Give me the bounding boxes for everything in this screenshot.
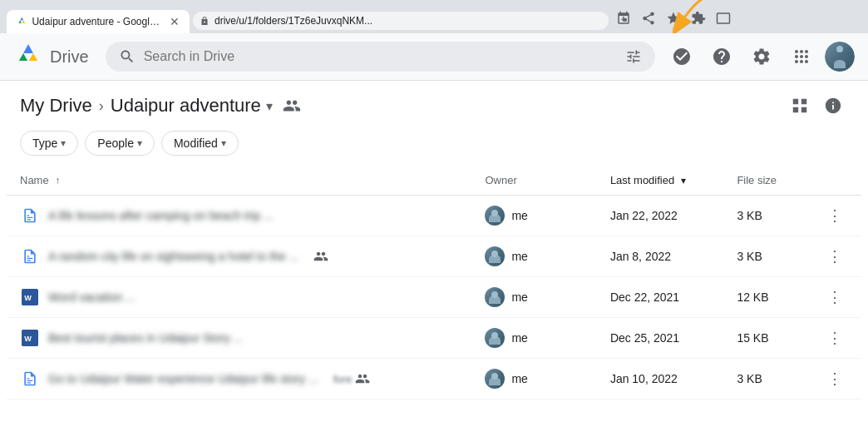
- more-options-button[interactable]: ⋮: [821, 202, 848, 229]
- browser-tab[interactable]: Udaipur adventure - Google Drive ✕: [7, 10, 190, 33]
- search-bar[interactable]: [106, 42, 655, 72]
- col-modified-header[interactable]: Last modified ▾: [597, 166, 724, 196]
- drive-favicon: [17, 16, 27, 27]
- file-size: 3 KB: [723, 236, 808, 277]
- settings-button[interactable]: [745, 40, 778, 73]
- filter-icon[interactable]: [625, 48, 642, 65]
- owner-avatar: [485, 328, 505, 348]
- filter-modified-label: Modified: [174, 137, 218, 150]
- owner-avatar: [485, 369, 505, 389]
- more-options-button[interactable]: ⋮: [821, 365, 848, 392]
- col-size-header[interactable]: File size: [723, 166, 808, 196]
- more-options-button[interactable]: ⋮: [821, 284, 848, 310]
- file-name-cell[interactable]: Go to Udaipur Water experience Udaipur l…: [7, 359, 471, 400]
- owner-cell: me: [471, 277, 596, 318]
- owner-name: me: [511, 250, 527, 263]
- owner-avatar: [485, 246, 505, 266]
- search-input[interactable]: [144, 49, 617, 64]
- file-name-cell[interactable]: W Best tourist places in Udaipur Story .…: [7, 318, 471, 359]
- file-size: 12 KB: [723, 277, 808, 318]
- filter-type-chip[interactable]: Type ▾: [20, 131, 78, 156]
- user-avatar[interactable]: [825, 42, 855, 72]
- search-icon: [119, 48, 136, 65]
- filter-modified-chip[interactable]: Modified ▾: [161, 131, 239, 156]
- drive-logo: Drive: [13, 42, 89, 72]
- share-button[interactable]: [637, 7, 660, 30]
- owner-header-label: Owner: [485, 174, 516, 186]
- owner-name: me: [511, 372, 527, 385]
- breadcrumb-separator: ›: [99, 97, 104, 115]
- header-right-icons: [665, 40, 855, 73]
- row-actions-cell: ⋮: [808, 196, 861, 236]
- owner-name: me: [511, 331, 527, 345]
- extensions-button[interactable]: [687, 7, 710, 30]
- owner-name: me: [511, 209, 527, 222]
- drive-logo-icon: [13, 42, 43, 72]
- col-name-header[interactable]: Name ↑: [7, 166, 471, 196]
- share-folder-button[interactable]: [276, 93, 308, 118]
- modified-date: Jan 8, 2022: [597, 236, 724, 277]
- row-actions-cell: ⋮: [808, 359, 861, 400]
- breadcrumb: My Drive › Udaipur adventure ▾: [20, 93, 308, 118]
- row-actions-cell: ⋮: [808, 236, 861, 277]
- breadcrumb-root[interactable]: My Drive: [20, 95, 92, 117]
- col-owner-header[interactable]: Owner: [471, 166, 596, 196]
- breadcrumb-current-label: Udaipur adventure: [111, 95, 261, 117]
- filter-modified-arrow: ▾: [221, 137, 226, 149]
- breadcrumb-current-folder[interactable]: Udaipur adventure ▾: [111, 95, 273, 117]
- more-options-button[interactable]: ⋮: [821, 243, 848, 270]
- size-header-label: File size: [737, 174, 777, 186]
- task-complete-button[interactable]: [665, 40, 698, 73]
- modified-date: Jan 10, 2022: [597, 359, 724, 400]
- file-name-text: Word vacation ...: [48, 290, 136, 304]
- url-text: drive/u/1/folders/1Tz6eJuvxqNKM...: [215, 15, 372, 27]
- file-name-cell[interactable]: A random city life on sightseeing a hote…: [7, 236, 471, 277]
- file-name-cell[interactable]: A life lessons after camping on beach tr…: [7, 196, 471, 236]
- tab-title: Udaipur adventure - Google Drive: [32, 16, 165, 27]
- table-row[interactable]: A life lessons after camping on beach tr…: [7, 196, 861, 236]
- view-toolbar: [785, 91, 848, 121]
- owner-cell: me: [471, 318, 596, 359]
- more-options-button[interactable]: ⋮: [821, 325, 848, 351]
- chevron-down-icon: ▾: [266, 98, 273, 114]
- file-name-text: Go to Udaipur Water experience Udaipur l…: [48, 372, 318, 385]
- star-button[interactable]: [662, 7, 685, 30]
- col-actions-header: [808, 166, 861, 196]
- close-tab-icon[interactable]: ✕: [170, 15, 180, 28]
- filters-bar: Type ▾ People ▾ Modified ▾: [0, 127, 868, 166]
- shared-badge: [313, 249, 328, 264]
- save-to-drive-button[interactable]: [612, 7, 635, 30]
- owner-cell: me: [471, 196, 596, 236]
- lock-icon: [200, 16, 210, 26]
- row-actions-cell: ⋮: [808, 318, 861, 359]
- owner-cell: me: [471, 359, 596, 400]
- file-table: Name ↑ Owner Last modified ▾ File size: [7, 166, 861, 400]
- breadcrumb-area: My Drive › Udaipur adventure ▾: [0, 81, 868, 127]
- table-row[interactable]: A random city life on sightseeing a hote…: [7, 236, 861, 277]
- modified-header-label: Last modified: [610, 174, 674, 186]
- file-name-text: A random city life on sightseeing a hote…: [48, 250, 298, 263]
- filter-people-label: People: [97, 137, 134, 150]
- table-row[interactable]: W Word vacation ... me Dec 22, 2021 12 K…: [7, 277, 861, 318]
- modified-date: Jan 22, 2022: [597, 196, 724, 236]
- grid-view-button[interactable]: [785, 91, 815, 121]
- file-size: 3 KB: [723, 196, 808, 236]
- table-row[interactable]: W Best tourist places in Udaipur Story .…: [7, 318, 861, 359]
- address-bar[interactable]: drive/u/1/folders/1Tz6eJuvxqNKM...: [193, 12, 609, 30]
- owner-cell: me: [471, 236, 596, 277]
- filter-people-arrow: ▾: [137, 137, 142, 149]
- apps-button[interactable]: [785, 40, 818, 73]
- file-icon: W: [20, 328, 40, 348]
- file-name-cell[interactable]: W Word vacation ...: [7, 277, 471, 318]
- file-name-text: Best tourist places in Udaipur Story ...: [48, 331, 243, 345]
- name-sort-icon: ↑: [55, 175, 60, 186]
- info-panel-button[interactable]: [818, 91, 848, 121]
- filter-people-chip[interactable]: People ▾: [85, 131, 155, 156]
- drive-logo-text: Drive: [50, 47, 89, 67]
- table-header-row: Name ↑ Owner Last modified ▾ File size: [7, 166, 861, 196]
- modified-date: Dec 25, 2021: [597, 318, 724, 359]
- table-row[interactable]: Go to Udaipur Water experience Udaipur l…: [7, 359, 861, 400]
- help-button[interactable]: [705, 40, 738, 73]
- tab-strip-button[interactable]: [712, 7, 735, 30]
- svg-text:W: W: [24, 294, 32, 302]
